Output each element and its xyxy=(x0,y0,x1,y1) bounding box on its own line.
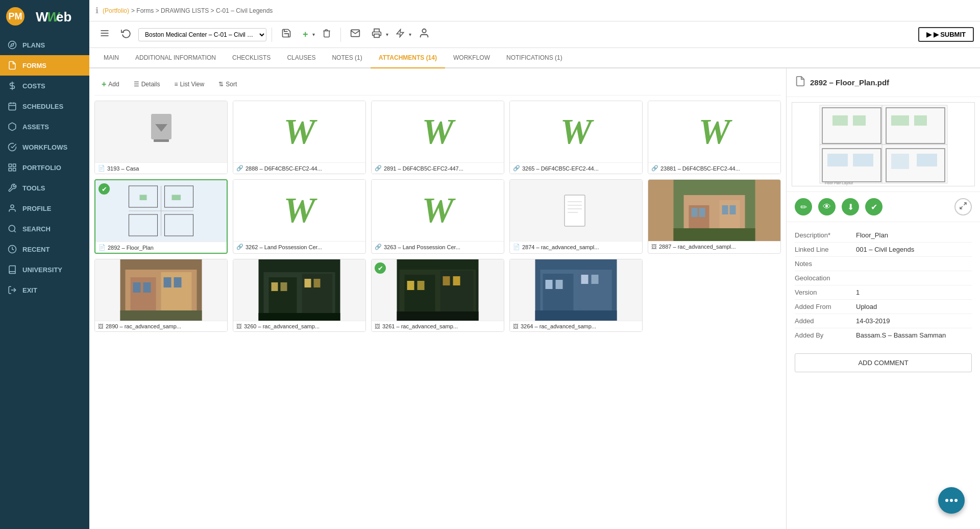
sidebar-item-tools[interactable]: TOOLS xyxy=(0,178,89,198)
tab-attachments[interactable]: ATTACHMENTS (14) xyxy=(371,48,445,68)
sidebar-item-workflows[interactable]: WORKFLOWS xyxy=(0,137,89,157)
panel-expand-button[interactable] xyxy=(954,198,972,215)
sidebar-item-plans[interactable]: PLANS xyxy=(0,35,89,55)
panel-download-button[interactable]: ⬇ xyxy=(842,198,859,215)
added-row: Added 14-03-2019 xyxy=(795,314,972,328)
sidebar-item-university[interactable]: UNIVERSITY xyxy=(0,259,89,280)
card-name-10: 2887 – rac_advanced_sampl... xyxy=(659,244,736,250)
attachment-card-9[interactable]: 📄 2874 – rac_advanced_sampl... xyxy=(509,179,643,254)
svg-line-107 xyxy=(960,206,963,209)
sidebar-item-profile[interactable]: PROFILE xyxy=(0,198,89,219)
svg-rect-78 xyxy=(453,276,460,285)
card-name-5: 23881 – D6F4CB5C-EFC2-44... xyxy=(660,165,740,172)
sidebar-item-costs[interactable]: COSTS xyxy=(0,76,89,96)
attachment-card-13[interactable]: ✔ xyxy=(371,259,504,332)
card-label-11: 🖼 2890 – rac_advanced_samp... xyxy=(95,321,227,331)
add-attachment-button[interactable]: + Add xyxy=(96,78,125,91)
w-logo-2: W xyxy=(283,114,315,150)
pdf-file-icon xyxy=(795,76,806,89)
add-button[interactable]: + xyxy=(299,27,312,42)
attachment-card-1[interactable]: 📄 3193 – Casa xyxy=(94,101,228,174)
svg-rect-52 xyxy=(674,228,755,241)
tab-workflow[interactable]: WORKFLOW xyxy=(445,48,498,68)
details-button[interactable]: ☰ Details xyxy=(129,79,165,90)
sidebar-item-exit[interactable]: EXIT xyxy=(0,280,89,300)
floor-plan-preview: Floor Plan Layout xyxy=(792,102,975,186)
attachment-card-14[interactable]: 🖼 3264 – rac_advanced_samp... xyxy=(509,259,643,332)
added-from-value: Upload xyxy=(856,303,972,310)
list-view-label: List View xyxy=(180,81,204,88)
attachment-card-4[interactable]: W 🔗 3265 – D6F4CB5C-EFC2-44... xyxy=(509,101,643,174)
project-select[interactable]: Boston Medical Center – C-01 – Civil … xyxy=(138,28,266,41)
undo-button[interactable] xyxy=(117,26,135,43)
card-label-12: 🖼 3260 – rac_advanced_samp... xyxy=(233,321,365,331)
sidebar-item-search[interactable]: SEARCH xyxy=(0,219,89,239)
panel-actions: ✏ 👁 ⬇ ✔ xyxy=(787,192,980,222)
attachment-card-12[interactable]: 🖼 3260 – rac_advanced_samp... xyxy=(233,259,366,332)
svg-point-5 xyxy=(9,41,16,49)
attachment-card-11[interactable]: 🖼 2890 – rac_advanced_samp... xyxy=(94,259,228,332)
submit-play-icon: ▶ xyxy=(926,31,932,38)
exit-icon xyxy=(7,285,17,295)
attachment-card-6[interactable]: ✔ xyxy=(94,179,228,254)
tab-additional[interactable]: ADDITIONAL INFORMATION xyxy=(127,48,224,68)
compass-icon xyxy=(7,40,17,50)
description-label: Description* xyxy=(795,231,856,239)
tab-notes[interactable]: NOTES (1) xyxy=(324,48,370,68)
print-button[interactable] xyxy=(368,26,386,43)
tools-label: TOOLS xyxy=(22,184,45,192)
sort-button[interactable]: ⇅ Sort xyxy=(213,79,242,90)
svg-rect-99 xyxy=(827,154,848,166)
notes-row: Notes xyxy=(795,257,972,271)
panel-edit-button[interactable]: ✏ xyxy=(795,198,812,215)
email-button[interactable] xyxy=(346,26,364,43)
tab-clauses[interactable]: CLAUSES xyxy=(279,48,324,68)
tab-notifications[interactable]: NOTIFICATIONS (1) xyxy=(498,48,571,68)
attachment-card-10[interactable]: 🖼 2887 – rac_advanced_sampl... xyxy=(648,179,781,254)
attachment-card-2[interactable]: W 🔗 2888 – D6F4CB5C-EFC2-44... xyxy=(233,101,366,174)
panel-check-button[interactable]: ✔ xyxy=(865,198,883,215)
menu-button[interactable] xyxy=(95,26,114,43)
portfolio-link[interactable]: (Portfolio) xyxy=(103,7,129,14)
sidebar-item-portfolio[interactable]: PORTFOLIO xyxy=(0,157,89,178)
panel-view-button[interactable]: 👁 xyxy=(818,198,836,215)
linked-line-row: Linked Line 001 – Civil Legends xyxy=(795,243,972,257)
card-name-11: 2890 – rac_advanced_samp... xyxy=(106,323,181,329)
main-content: ℹ (Portfolio) > Forms > DRAWING LISTS > … xyxy=(89,0,980,529)
lightning-button[interactable] xyxy=(391,26,409,43)
tab-main[interactable]: MAIN xyxy=(95,48,127,68)
delete-button[interactable] xyxy=(318,26,335,43)
info-icon: ℹ xyxy=(95,6,99,15)
added-label: Added xyxy=(795,317,856,325)
sidebar-item-recent[interactable]: RECENT xyxy=(0,239,89,259)
attachment-card-7[interactable]: W 🔗 3262 – Land Possession Cer... xyxy=(233,179,366,254)
submit-button[interactable]: ▶ ▶ SUBMIT xyxy=(918,27,974,42)
svg-rect-77 xyxy=(443,276,450,285)
print-button-group[interactable]: ▾ xyxy=(368,26,388,43)
user-button[interactable] xyxy=(414,25,434,44)
svg-rect-79 xyxy=(397,311,479,321)
attachment-card-5[interactable]: W 🔗 23881 – D6F4CB5C-EFC2-44... xyxy=(648,101,781,174)
svg-rect-12 xyxy=(9,164,11,166)
sidebar-item-assets[interactable]: ASSETS xyxy=(0,116,89,137)
sidebar-item-forms[interactable]: FORMS xyxy=(0,55,89,76)
edit-icon: ✏ xyxy=(800,202,807,212)
added-by-label: Added By xyxy=(795,331,856,339)
attachment-card-8[interactable]: W 🔗 3263 – Land Possession Cer... xyxy=(371,179,504,254)
fab-button[interactable] xyxy=(938,487,965,514)
add-comment-button[interactable]: ADD COMMENT xyxy=(795,353,972,372)
tab-checklists[interactable]: CHECKLISTS xyxy=(224,48,279,68)
lightning-button-group[interactable]: ▾ xyxy=(391,26,411,43)
sidebar-item-schedules[interactable]: SCHEDULES xyxy=(0,96,89,116)
add-button-group[interactable]: + ▾ xyxy=(299,27,315,42)
card-thumb-6 xyxy=(95,180,227,242)
attachment-card-3[interactable]: W 🔗 2891 – D6F4CB5C-EFC2-447... xyxy=(371,101,504,174)
card-label-4: 🔗 3265 – D6F4CB5C-EFC2-44... xyxy=(510,162,642,174)
save-button[interactable] xyxy=(277,26,296,43)
building-render-10 xyxy=(648,180,780,241)
link-icon-4: 🔗 xyxy=(513,165,520,172)
panel-fields: Description* Floor_Plan Linked Line 001 … xyxy=(787,222,980,348)
submit-label: ▶ SUBMIT xyxy=(934,31,966,38)
list-view-button[interactable]: ≡ List View xyxy=(169,79,209,90)
svg-rect-86 xyxy=(581,275,589,284)
